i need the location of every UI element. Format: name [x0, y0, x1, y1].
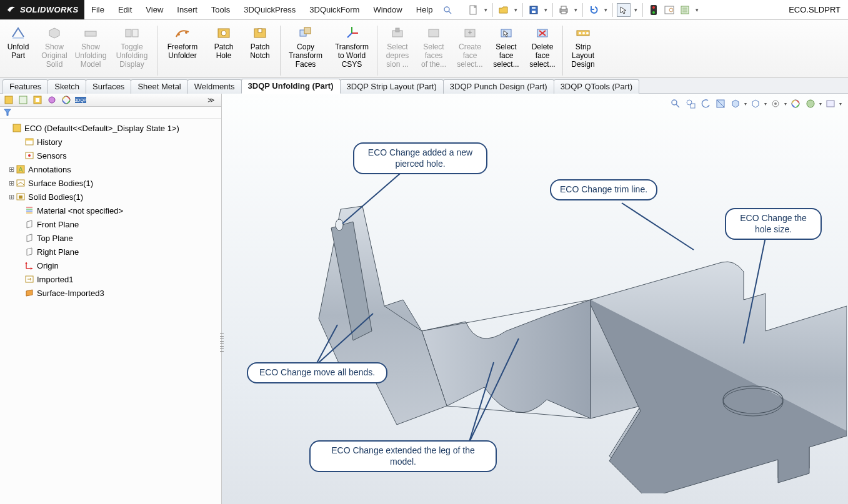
fm-tab-tree-icon[interactable] [2, 94, 15, 106]
menu-edit[interactable]: Edit [111, 0, 139, 20]
undo-dropdown[interactable]: ▾ [602, 7, 609, 13]
properties-dropdown[interactable]: ▾ [694, 7, 700, 13]
show-unfolding-model-button[interactable]: ShowUnfoldingModel [72, 24, 109, 74]
fm-tab-property-icon[interactable] [17, 94, 29, 106]
svg-point-10 [652, 6, 655, 9]
delete-facesel-button[interactable]: Deletefaceselect... [524, 24, 561, 74]
tree-origin[interactable]: Origin [2, 259, 221, 272]
unfold-part-icon [10, 25, 26, 41]
tab-3dqp-qtools[interactable]: 3DQP QTools (Part) [554, 79, 639, 94]
print-dropdown[interactable]: ▾ [572, 7, 579, 13]
undo-icon[interactable] [587, 3, 601, 17]
select-depression-button[interactable]: Selectdepression ... [379, 24, 416, 74]
zoom-fit-icon[interactable] [669, 97, 682, 110]
rebuild-traffic-icon[interactable] [647, 3, 661, 17]
view-settings-dropdown[interactable]: ▾ [839, 101, 842, 107]
hide-show-dropdown[interactable]: ▾ [784, 101, 787, 107]
menu-3dquickform[interactable]: 3DQuickForm [302, 0, 366, 20]
display-style-icon[interactable] [749, 97, 762, 110]
appearance-icon[interactable] [789, 97, 802, 110]
save-icon[interactable] [527, 3, 541, 17]
toggle-display-icon [124, 25, 140, 41]
scene-icon[interactable] [804, 97, 817, 110]
fm-tab-dim-icon[interactable] [46, 94, 58, 106]
tree-top-plane[interactable]: Top Plane [2, 231, 221, 245]
tab-weldments[interactable]: Weldments [187, 79, 242, 94]
menu-view[interactable]: View [139, 0, 170, 20]
tab-3dqp-striplayout[interactable]: 3DQP Strip Layout (Part) [340, 79, 444, 94]
tree-imported1[interactable]: Imported1 [2, 272, 221, 286]
tree-root[interactable]: ECO (Default<<Default>_Display State 1>) [2, 121, 221, 135]
ds-logo-icon [6, 4, 16, 16]
menu-3dquickpress[interactable]: 3DQuickPress [237, 0, 302, 20]
prev-view-icon[interactable] [699, 97, 712, 110]
menu-window[interactable]: Window [366, 0, 409, 20]
tree-material[interactable]: Material <not specified> [2, 204, 221, 217]
view-settings-icon[interactable] [824, 97, 837, 110]
menu-file[interactable]: File [84, 0, 111, 20]
select-facesel-button[interactable]: Selectfaceselect... [488, 24, 524, 74]
copy-transform-faces-button[interactable]: CopyTransformFaces [282, 24, 329, 74]
tab-3dqp-punchdesign[interactable]: 3DQP Punch Design (Part) [443, 79, 554, 94]
tab-features[interactable]: Features [2, 79, 48, 94]
svg-point-0 [444, 7, 449, 12]
create-facesel-button[interactable]: +Createfaceselect... [452, 24, 488, 74]
menu-insert[interactable]: Insert [170, 0, 204, 20]
svg-rect-35 [429, 29, 439, 37]
plane-icon [24, 233, 35, 243]
print-icon[interactable] [557, 3, 571, 17]
search-icon[interactable] [439, 0, 456, 20]
tab-sheetmetal[interactable]: Sheet Metal [131, 79, 187, 94]
toggle-unfolding-display-button[interactable]: ToggleUnfoldingDisplay [109, 24, 155, 74]
splitter-grip[interactable] [219, 331, 225, 356]
graphics-viewport[interactable]: ▾ ▾ ▾ ▾ ▾ [222, 94, 848, 504]
tree-sensors[interactable]: Sensors [2, 149, 221, 162]
hide-show-icon[interactable] [769, 97, 782, 110]
section-view-icon[interactable] [714, 97, 727, 110]
tree-history[interactable]: History [2, 135, 221, 149]
menu-tools[interactable]: Tools [204, 0, 237, 20]
scene-dropdown[interactable]: ▾ [819, 101, 822, 107]
patch-hole-icon [216, 25, 232, 41]
open-icon[interactable] [497, 3, 511, 17]
strip-layout-design-button[interactable]: StripLayoutDesign [565, 24, 601, 74]
svg-point-45 [586, 32, 589, 34]
select-faces-button[interactable]: Selectfacesof the... [416, 24, 452, 74]
zoom-area-icon[interactable] [684, 97, 697, 110]
fm-filter-row[interactable] [0, 107, 221, 119]
patch-notch-button[interactable]: PatchNotch [242, 24, 278, 74]
properties-icon[interactable] [678, 3, 692, 17]
tab-surfaces[interactable]: Surfaces [86, 79, 131, 94]
display-style-dropdown[interactable]: ▾ [764, 101, 767, 107]
unfold-part-button[interactable]: UnfoldPart [0, 24, 36, 74]
svg-rect-18 [12, 37, 24, 39]
annotations-icon: A [15, 164, 26, 174]
select-dropdown[interactable]: ▾ [632, 7, 639, 13]
show-original-solid-button[interactable]: ShowOriginalSolid [36, 24, 72, 74]
tree-right-plane[interactable]: Right Plane [2, 245, 221, 259]
tab-sketch[interactable]: Sketch [47, 79, 86, 94]
fm-collapse-icon[interactable]: ≫ [207, 96, 219, 104]
options-icon[interactable] [662, 3, 676, 17]
tree-surface-bodies[interactable]: ⊞Surface Bodies(1) [2, 176, 221, 190]
view-orient-icon[interactable] [729, 97, 742, 110]
tree-front-plane[interactable]: Front Plane [2, 217, 221, 231]
new-doc-dropdown[interactable]: ▾ [482, 7, 489, 13]
svg-rect-8 [561, 11, 566, 14]
open-dropdown[interactable]: ▾ [512, 7, 519, 13]
view-orient-dropdown[interactable]: ▾ [744, 101, 747, 107]
new-doc-icon[interactable] [467, 3, 481, 17]
fm-tab-appearance-icon[interactable] [60, 94, 72, 106]
transform-world-csys-button[interactable]: Transformto WorldCSYS [329, 24, 375, 74]
save-dropdown[interactable]: ▾ [542, 7, 549, 13]
select-icon[interactable] [617, 3, 631, 17]
patch-hole-button[interactable]: PatchHole [206, 24, 242, 74]
fm-tab-config-icon[interactable] [31, 94, 44, 106]
tree-annotations[interactable]: ⊞AAnnotations [2, 162, 221, 176]
tree-solid-bodies[interactable]: ⊞Solid Bodies(1) [2, 190, 221, 204]
menu-help[interactable]: Help [409, 0, 440, 20]
tab-3dqp-unfolding[interactable]: 3DQP Unfolding (Part) [241, 79, 341, 94]
fm-tab-3dqp-icon[interactable]: 3DQP [74, 94, 87, 106]
freeform-unfolder-button[interactable]: FreeformUnfolder [159, 24, 206, 74]
tree-surfimport3[interactable]: Surface-Imported3 [2, 286, 221, 300]
